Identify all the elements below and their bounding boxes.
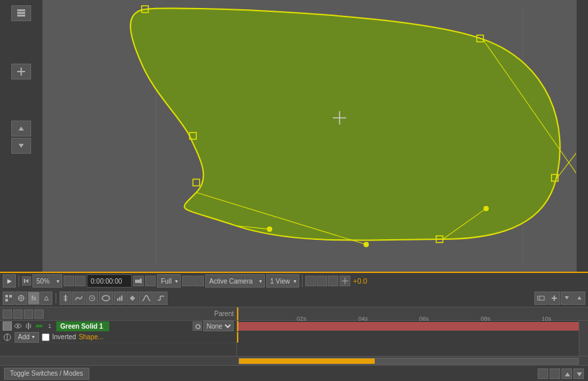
mask-mode-icon[interactable] bbox=[3, 333, 12, 342]
solo-switch[interactable] bbox=[3, 321, 12, 331]
tl-sep-1 bbox=[56, 293, 56, 303]
shape-link[interactable]: Shape... bbox=[79, 333, 103, 341]
view-icon-1[interactable] bbox=[64, 276, 74, 286]
view-icon-2[interactable] bbox=[75, 276, 85, 286]
separator-2 bbox=[302, 275, 303, 287]
layer-switches: 1 bbox=[3, 321, 54, 331]
tl-btn-3[interactable]: fx bbox=[28, 292, 40, 305]
tl-snap-icon[interactable] bbox=[60, 292, 72, 305]
bottom-nav-icons bbox=[538, 368, 584, 379]
svg-rect-2 bbox=[17, 15, 25, 17]
lock-icon[interactable] bbox=[13, 309, 23, 319]
eye-icon[interactable] bbox=[3, 309, 12, 319]
svg-marker-29 bbox=[25, 279, 28, 283]
number-icon[interactable] bbox=[34, 309, 44, 319]
layer-icon[interactable] bbox=[11, 5, 31, 21]
svg-point-61 bbox=[17, 325, 19, 327]
nav-icon-1[interactable] bbox=[538, 368, 548, 379]
nav-icon-2[interactable] bbox=[550, 368, 560, 379]
layer-name[interactable]: Green Solid 1 bbox=[56, 321, 109, 331]
svg-marker-69 bbox=[565, 372, 570, 376]
grid-icon[interactable] bbox=[11, 64, 31, 80]
layout-icon-2[interactable] bbox=[317, 276, 327, 286]
playhead bbox=[237, 321, 238, 331]
tl-keyframe-icon[interactable] bbox=[126, 292, 138, 305]
canvas bbox=[43, 0, 576, 272]
tl-motion-icon[interactable] bbox=[72, 292, 85, 305]
layer-list: Parent bbox=[0, 307, 237, 356]
tl-chart-icon[interactable] bbox=[114, 292, 126, 305]
timeline-scrollbar bbox=[0, 356, 588, 365]
frame-back-icon[interactable] bbox=[22, 276, 31, 286]
zoom-dropdown[interactable]: 50% bbox=[32, 274, 62, 288]
tl-add-btn[interactable] bbox=[548, 292, 560, 305]
svg-marker-59 bbox=[577, 296, 581, 299]
tl-scroll-btn[interactable] bbox=[573, 292, 585, 305]
timeline-main: Parent bbox=[0, 307, 588, 356]
transform-icon[interactable] bbox=[340, 276, 350, 286]
parent-link-icon[interactable] bbox=[193, 321, 202, 331]
right-strip bbox=[576, 0, 588, 272]
track-rows-container bbox=[237, 321, 588, 356]
svg-rect-34 bbox=[5, 295, 8, 298]
toggle-switches-button[interactable]: Toggle Switches / Modes bbox=[4, 368, 89, 380]
camera-dropdown[interactable]: Active Camera bbox=[205, 274, 265, 288]
scroll-down-icon[interactable] bbox=[11, 138, 31, 154]
scroll-up-icon[interactable] bbox=[11, 121, 31, 136]
add-button[interactable]: Add bbox=[15, 332, 39, 343]
eye-switch[interactable] bbox=[13, 321, 23, 331]
nav-icon-up[interactable] bbox=[562, 368, 572, 379]
svg-rect-57 bbox=[554, 296, 555, 301]
audio-switch[interactable] bbox=[24, 321, 33, 331]
inverted-checkbox[interactable] bbox=[42, 333, 50, 341]
inverted-label: Inverted bbox=[52, 333, 76, 341]
tl-btn-2[interactable] bbox=[15, 292, 27, 305]
tl-loop-icon[interactable] bbox=[99, 292, 113, 305]
q-icon-1[interactable] bbox=[182, 276, 193, 286]
svg-rect-48 bbox=[119, 297, 121, 301]
svg-marker-58 bbox=[565, 296, 569, 299]
layer-row-1: 1 Green Solid 1 Non bbox=[0, 321, 236, 343]
svg-marker-50 bbox=[130, 296, 135, 301]
svg-point-19 bbox=[483, 206, 489, 211]
track-row-1 bbox=[237, 321, 579, 332]
tl-icon-group-3 bbox=[534, 292, 585, 305]
label-switch[interactable] bbox=[34, 321, 44, 331]
timeline-area: fx bbox=[0, 289, 588, 365]
layer-row-top: 1 Green Solid 1 Non bbox=[0, 321, 236, 332]
time-marker bbox=[237, 307, 238, 320]
layer-number: 1 bbox=[45, 321, 54, 331]
shape-layer bbox=[43, 0, 576, 272]
quality-dropdown[interactable]: Full bbox=[157, 274, 181, 288]
svg-rect-0 bbox=[17, 9, 25, 11]
nav-icon-down[interactable] bbox=[573, 368, 584, 379]
tl-time-icon[interactable] bbox=[86, 292, 98, 305]
layout-icon-1[interactable] bbox=[305, 276, 316, 286]
label-icon[interactable] bbox=[24, 309, 33, 319]
track-row-2 bbox=[237, 332, 579, 343]
scroll-thumb[interactable] bbox=[238, 358, 579, 364]
timecode-display[interactable]: 0:00:00:00 bbox=[87, 274, 132, 288]
parent-select[interactable]: None bbox=[203, 321, 234, 331]
tl-frame-btn[interactable] bbox=[534, 292, 548, 305]
scroll-position bbox=[239, 358, 375, 364]
tl-hold-icon[interactable] bbox=[154, 292, 168, 305]
track-scrollbar[interactable] bbox=[579, 321, 588, 356]
view-icons bbox=[64, 276, 85, 286]
q-icon-2[interactable] bbox=[193, 276, 204, 286]
tl-ease-icon[interactable] bbox=[139, 292, 154, 305]
camera-icon[interactable] bbox=[133, 276, 144, 286]
snapshot-icon[interactable] bbox=[145, 276, 156, 286]
play-button[interactable] bbox=[3, 274, 16, 288]
view-dropdown[interactable]: 1 View bbox=[266, 274, 299, 288]
track-area: 02s 04s 06s 08s 10s bbox=[237, 307, 588, 356]
svg-point-21 bbox=[267, 227, 272, 232]
tl-collapse-btn[interactable] bbox=[561, 292, 573, 305]
tl-icon-group-2 bbox=[60, 292, 168, 305]
svg-marker-40 bbox=[44, 296, 48, 300]
layer-row-bottom: Add Inverted Shape... bbox=[0, 332, 236, 343]
tl-btn-4[interactable] bbox=[40, 292, 52, 305]
layout-icon-3[interactable] bbox=[328, 276, 338, 286]
header-icons bbox=[3, 309, 44, 319]
tl-btn-1[interactable] bbox=[3, 292, 15, 305]
